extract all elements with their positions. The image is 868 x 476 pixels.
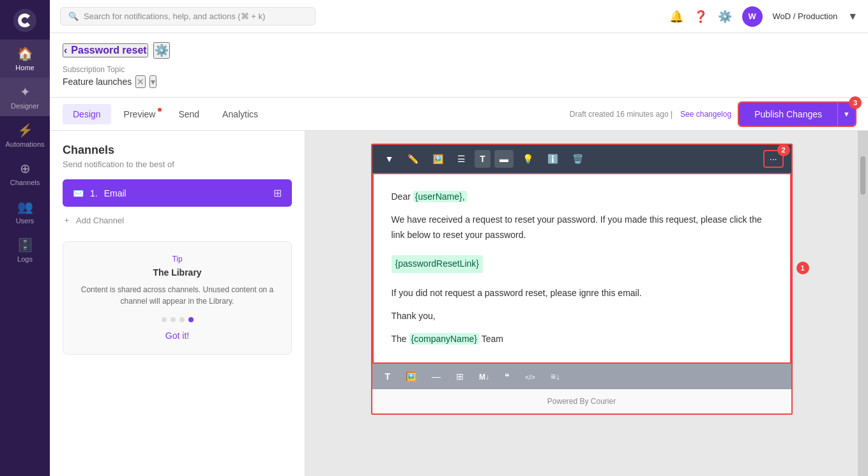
sidebar-item-designer[interactable]: ✦ Designer xyxy=(0,78,50,116)
settings-icon[interactable]: ⚙️ xyxy=(718,10,732,24)
format-text-button[interactable]: T xyxy=(380,369,396,384)
content-badge-1: 1 xyxy=(796,262,809,274)
sidebar-item-users[interactable]: 👥 Users xyxy=(0,193,50,231)
company-name-variable[interactable]: {companyName} xyxy=(409,333,480,345)
sidebar-item-home[interactable]: 🏠 Home xyxy=(0,40,50,78)
designer-icon: ✦ xyxy=(20,84,31,100)
tab-send[interactable]: Send xyxy=(168,104,209,124)
format-code-button[interactable]: </> xyxy=(520,369,540,384)
logs-icon: 🗄️ xyxy=(17,237,33,253)
image-button[interactable]: 🖼️ xyxy=(427,150,448,168)
tip-section-label: Tip xyxy=(76,255,278,264)
email-content: 1 Dear {userName}, We have received a re… xyxy=(372,173,791,364)
avatar[interactable]: W xyxy=(742,6,763,27)
text-t-button[interactable]: T xyxy=(475,150,491,168)
sidebar-item-label: Designer xyxy=(11,102,39,110)
email-body1: We have received a request to reset your… xyxy=(392,212,772,243)
sidebar-item-automations[interactable]: ⚡ Automations xyxy=(0,116,50,154)
subscription-expand-button[interactable]: ▾ xyxy=(149,75,156,88)
toolbar-badge-2: 2 xyxy=(777,144,790,156)
format-table-button[interactable]: ⊞ xyxy=(451,369,469,384)
filter-button[interactable]: ▼ xyxy=(380,150,399,168)
tab-preview[interactable]: Preview xyxy=(114,104,166,124)
add-channel-button[interactable]: ＋ Add Channel xyxy=(63,214,124,226)
sidebar-item-logs[interactable]: 🗄️ Logs xyxy=(0,231,50,269)
sub-header: ‹ Password reset ⚙️ Subscription Topic F… xyxy=(50,33,868,98)
format-more-list-button[interactable]: ≡↓ xyxy=(545,369,565,384)
tip-dot-4 xyxy=(188,317,194,322)
email-channel-button[interactable]: ✉️ 1. Email ⊞ xyxy=(63,179,292,207)
sidebar: 🏠 Home ✦ Designer ⚡ Automations ⊕ Channe… xyxy=(0,0,50,476)
format-hr-icon: — xyxy=(432,371,441,382)
channels-icon: ⊕ xyxy=(20,161,31,176)
email-toolbar: ▼ ✏️ 🖼️ ☰ T xyxy=(372,145,791,173)
email-reset-link: {passwordResetLink} xyxy=(392,250,772,278)
right-panel: ▼ ✏️ 🖼️ ☰ T xyxy=(305,131,858,476)
split-channel-icon: ⊞ xyxy=(273,187,282,199)
format-image-button[interactable]: 🖼️ xyxy=(400,369,422,384)
app-logo[interactable] xyxy=(11,6,39,34)
format-image-icon: 🖼️ xyxy=(406,371,416,382)
tip-dot-3 xyxy=(179,317,185,322)
email-editor: ▼ ✏️ 🖼️ ☰ T xyxy=(371,144,793,415)
topbar-right: 🔔 ❓ ⚙️ W WoD / Production ▼ xyxy=(669,6,858,27)
bulb-button[interactable]: 💡 xyxy=(517,150,538,168)
tab-analytics[interactable]: Analytics xyxy=(212,104,268,124)
notification-settings-button[interactable]: ⚙️ xyxy=(153,42,170,59)
topbar: 🔍 Search for notifications, help, and ac… xyxy=(50,0,868,33)
username-variable[interactable]: {userName}, xyxy=(413,191,467,202)
email-closing: The {companyName} Team xyxy=(392,332,772,347)
list-button[interactable]: ☰ xyxy=(452,150,471,168)
subscription-remove-button[interactable]: ✕ xyxy=(135,75,146,88)
list-icon: ☰ xyxy=(457,154,466,164)
channels-title: Channels xyxy=(63,144,292,157)
trash-button[interactable]: 🗑️ xyxy=(567,150,588,168)
text-t-icon: T xyxy=(480,154,485,164)
tab-design[interactable]: Design xyxy=(63,104,111,124)
channels-subtitle: Send notification to the best of xyxy=(63,160,292,169)
format-hr-button[interactable]: — xyxy=(427,369,446,384)
format-md-button[interactable]: M↓ xyxy=(474,369,494,384)
add-icon: ＋ xyxy=(63,214,71,226)
sidebar-item-label: Automations xyxy=(5,140,44,148)
add-channel-label: Add Channel xyxy=(76,216,124,225)
search-bar[interactable]: 🔍 Search for notifications, help, and ac… xyxy=(60,7,316,26)
email-footer-text: Powered By Courier xyxy=(547,397,616,406)
email-format-bar: T 🖼️ — ⊞ M↓ xyxy=(372,364,791,389)
changelog-link[interactable]: See changelog xyxy=(680,110,731,119)
publish-changes-button[interactable]: Publish Changes xyxy=(739,103,837,126)
sidebar-item-channels[interactable]: ⊕ Channels xyxy=(0,154,50,193)
password-reset-link-variable[interactable]: {passwordResetLink} xyxy=(392,255,483,273)
got-it-button[interactable]: Got it! xyxy=(165,331,189,341)
email-icon: ✉️ xyxy=(73,188,84,198)
search-icon: 🔍 xyxy=(68,11,79,21)
scrollbar[interactable] xyxy=(858,131,868,476)
format-quote-icon: ❝ xyxy=(505,371,510,382)
publish-badge: 3 xyxy=(849,96,862,109)
automations-icon: ⚡ xyxy=(17,123,33,138)
text-block-icon: ▬ xyxy=(499,154,508,164)
help-icon[interactable]: ❓ xyxy=(694,10,708,24)
format-quote-button[interactable]: ❝ xyxy=(499,369,515,384)
edit-button[interactable]: ✏️ xyxy=(402,150,423,168)
format-text-icon: T xyxy=(385,371,391,382)
format-table-icon: ⊞ xyxy=(456,371,464,382)
info-icon: ℹ️ xyxy=(547,154,558,164)
search-placeholder: Search for notifications, help, and acti… xyxy=(84,11,265,21)
sidebar-item-label: Channels xyxy=(10,179,40,186)
filter-icon: ▼ xyxy=(385,154,394,164)
notifications-icon[interactable]: 🔔 xyxy=(669,10,683,24)
back-button[interactable]: ‹ Password reset xyxy=(63,43,148,57)
bulb-icon: 💡 xyxy=(522,154,533,164)
edit-icon: ✏️ xyxy=(407,154,418,164)
sidebar-item-label: Users xyxy=(16,217,34,225)
main-content: 🔍 Search for notifications, help, and ac… xyxy=(50,0,868,476)
workspace-chevron-icon[interactable]: ▼ xyxy=(848,11,858,22)
scrollbar-thumb[interactable] xyxy=(860,156,865,195)
info-button[interactable]: ℹ️ xyxy=(542,150,563,168)
image-icon: 🖼️ xyxy=(432,154,443,164)
subscription-label: Subscription Topic xyxy=(63,65,170,74)
tip-box: Tip The Library Content is shared across… xyxy=(63,241,292,355)
text-block-button[interactable]: ▬ xyxy=(494,150,514,168)
sidebar-item-label: Home xyxy=(15,64,34,71)
